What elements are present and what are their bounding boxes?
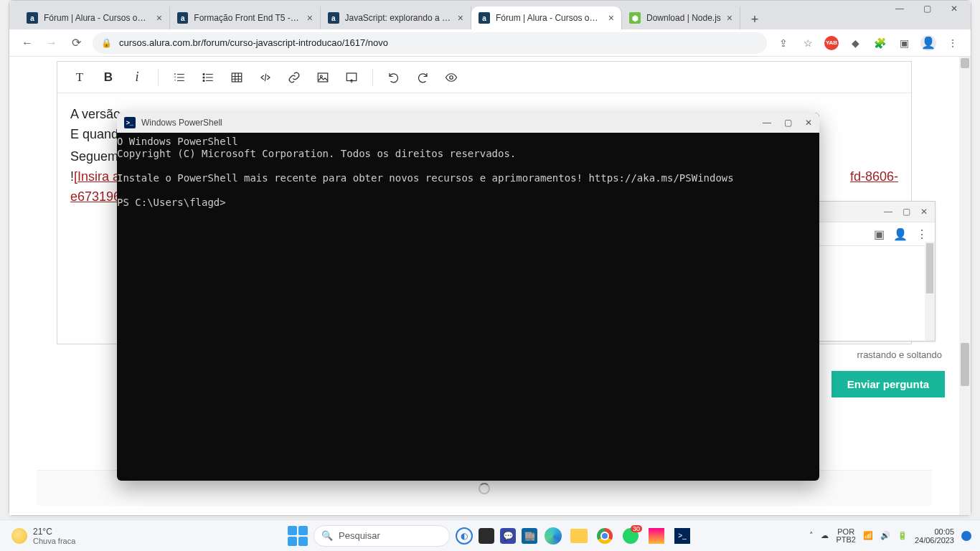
chrome-menu-icon[interactable]: ⋮	[945, 35, 961, 51]
volume-icon[interactable]: 🔊	[880, 531, 890, 540]
store-icon[interactable]: 🏬	[522, 528, 537, 544]
chrome-browser-icon[interactable]	[595, 526, 615, 546]
ps-maximize-icon[interactable]: ▢	[784, 118, 792, 128]
image-icon[interactable]	[311, 65, 335, 90]
whatsapp-icon[interactable]: 30	[621, 526, 641, 546]
alura-favicon-icon: a	[328, 12, 339, 24]
inner-close-icon: ✕	[920, 207, 928, 217]
wifi-icon[interactable]: 📶	[863, 531, 873, 540]
ps-close-icon[interactable]: ✕	[805, 118, 812, 128]
window-minimize-icon[interactable]: —	[893, 2, 906, 15]
page-scrollbar[interactable]	[959, 57, 971, 515]
window-maximize-icon[interactable]: ▢	[920, 2, 933, 15]
separator	[372, 69, 373, 86]
weather-widget[interactable]: 21°C Chuva fraca	[0, 527, 75, 545]
code-icon[interactable]	[253, 65, 278, 90]
extensions-puzzle-icon[interactable]: 🧩	[872, 35, 887, 51]
svg-point-7	[450, 75, 453, 79]
start-button[interactable]	[288, 526, 308, 546]
alura-favicon-icon: a	[479, 12, 490, 24]
italic-icon[interactable]: i	[125, 65, 149, 90]
url-input[interactable]: 🔒 cursos.alura.com.br/forum/curso-javasc…	[93, 32, 767, 54]
tab-alura-forum-1[interactable]: a Fórum | Alura - Cursos onlin ×	[19, 6, 170, 29]
tray-overflow-icon[interactable]: ˄	[809, 531, 814, 540]
scroll-thumb[interactable]	[961, 343, 969, 386]
snipping-tool-icon[interactable]	[646, 526, 666, 546]
heading-icon[interactable]: T	[67, 65, 92, 90]
svg-point-0	[203, 73, 204, 75]
edge-browser-icon[interactable]	[543, 526, 563, 546]
address-bar: ← → ⟳ 🔒 cursos.alura.com.br/forum/curso-…	[9, 29, 971, 57]
tab-javascript[interactable]: a JavaScript: explorando a ling ×	[321, 6, 471, 29]
tab-strip: a Fórum | Alura - Cursos onlin × a Forma…	[9, 1, 971, 29]
reload-button[interactable]: ⟳	[64, 31, 88, 55]
svg-rect-4	[318, 73, 328, 82]
extension-yab-icon[interactable]: YAB	[824, 36, 839, 50]
separator	[158, 69, 159, 86]
clock[interactable]: 00:05 24/06/2023	[915, 527, 954, 545]
submit-question-button[interactable]: Enviar pergunta	[831, 371, 945, 397]
tab-formacao[interactable]: a Formação Front End T5 - ON ×	[170, 6, 321, 29]
sidepanel-icon[interactable]: ▣	[896, 35, 912, 51]
tab-label: Formação Front End T5 - ON	[194, 13, 301, 23]
powershell-icon: >_	[124, 117, 136, 128]
powershell-terminal[interactable]: O Windows PowerShell Copyright (C) Micro…	[117, 133, 819, 209]
window-close-icon[interactable]: ✕	[948, 2, 961, 15]
taskbar-search[interactable]: 🔍 Pesquisar	[314, 525, 450, 547]
tab-close-icon[interactable]: ×	[458, 12, 463, 24]
share-icon[interactable]: ⇪	[776, 35, 791, 51]
chat-icon[interactable]: 💬	[500, 528, 516, 544]
ps-line: O Windows PowerShell	[117, 136, 238, 147]
inner-scrollbar	[925, 242, 935, 341]
ps-minimize-icon[interactable]: —	[763, 118, 771, 128]
taskbar-center: 🔍 Pesquisar ◐ 💬 🏬 30 >_	[288, 525, 692, 547]
tab-close-icon[interactable]: ×	[727, 12, 732, 24]
image-upload-icon[interactable]	[339, 65, 364, 90]
tab-label: JavaScript: explorando a ling	[345, 13, 452, 23]
preview-eye-icon[interactable]	[439, 65, 463, 90]
undo-icon[interactable]	[382, 65, 406, 90]
text-line: Seguem	[70, 149, 118, 164]
ps-line: Instale o PowerShell mais recente para o…	[117, 172, 734, 184]
bookmark-icon[interactable]: ☆	[800, 35, 816, 51]
image-link[interactable]: [Insira a	[74, 169, 120, 184]
back-button[interactable]: ←	[15, 31, 39, 55]
extension-generic-icon[interactable]: ◆	[847, 35, 863, 51]
file-explorer-icon[interactable]	[569, 526, 589, 546]
forward-button[interactable]: →	[39, 31, 64, 55]
window-controls: — ▢ ✕	[889, 1, 965, 17]
copilot-icon[interactable]: ◐	[456, 527, 473, 545]
tab-nodejs[interactable]: ⬢ Download | Node.js ×	[622, 6, 740, 29]
search-placeholder: Pesquisar	[339, 530, 380, 541]
tab-close-icon[interactable]: ×	[608, 12, 614, 24]
notifications-icon[interactable]	[961, 531, 971, 541]
unordered-list-icon[interactable]	[196, 65, 220, 90]
link-icon[interactable]	[282, 65, 306, 90]
search-icon: 🔍	[321, 530, 333, 541]
bold-icon[interactable]: B	[96, 65, 121, 90]
ps-prompt: PS C:\Users\flagd>	[117, 197, 226, 208]
badge-count: 30	[631, 525, 642, 532]
battery-icon[interactable]: 🔋	[897, 531, 908, 540]
task-view-icon[interactable]	[479, 528, 494, 544]
powershell-taskbar-icon[interactable]: >_	[672, 526, 692, 546]
ordered-list-icon[interactable]	[167, 65, 192, 90]
tab-close-icon[interactable]: ×	[156, 12, 162, 24]
tab-label: Fórum | Alura - Cursos onlin	[496, 13, 603, 23]
alura-favicon-icon: a	[27, 12, 38, 24]
editor-toolbar: T B i	[57, 62, 911, 93]
loading-spinner-icon	[479, 483, 490, 494]
new-tab-button[interactable]: +	[745, 9, 765, 29]
tab-alura-forum-active[interactable]: a Fórum | Alura - Cursos onlin ×	[471, 6, 622, 29]
tab-close-icon[interactable]: ×	[307, 12, 313, 24]
language-indicator[interactable]: POR PTB2	[836, 528, 856, 544]
onedrive-icon[interactable]: ☁	[821, 531, 829, 540]
powershell-titlebar[interactable]: >_ Windows PowerShell — ▢ ✕	[117, 113, 819, 133]
inner-scroll-thumb	[926, 243, 933, 293]
powershell-window[interactable]: >_ Windows PowerShell — ▢ ✕ O Windows Po…	[117, 113, 819, 481]
scroll-button-up[interactable]	[961, 58, 969, 68]
table-icon[interactable]	[225, 65, 249, 90]
redo-icon[interactable]	[410, 65, 435, 90]
profile-avatar-icon[interactable]: 👤	[920, 35, 936, 51]
nodejs-favicon-icon: ⬢	[629, 12, 641, 24]
